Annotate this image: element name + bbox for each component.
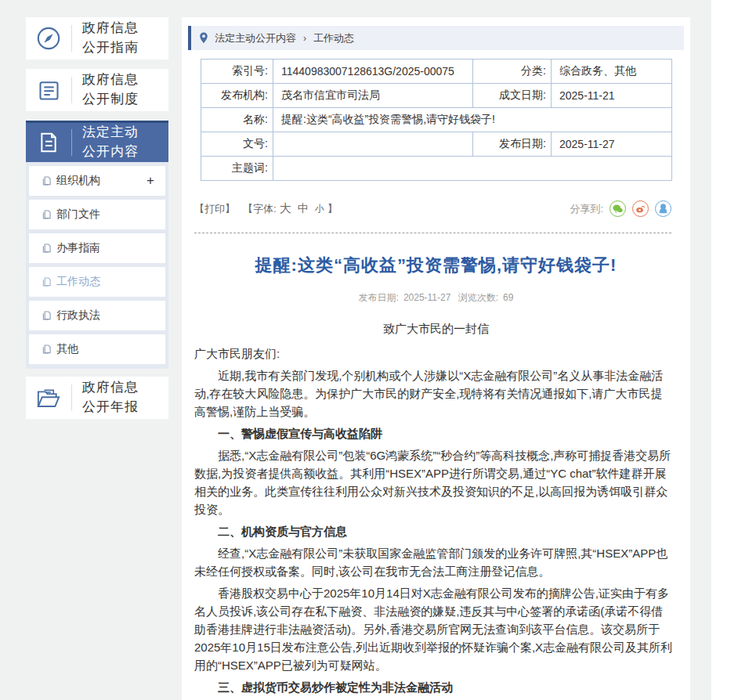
page-icon xyxy=(42,277,51,287)
submenu-label: 其他 xyxy=(56,342,78,356)
table-row: 发布机构: 茂名市信宜市司法局 成文日期: 2025-11-21 xyxy=(201,84,672,108)
folder-report-icon xyxy=(26,384,71,412)
publish-date-label: 发布日期: xyxy=(473,132,552,157)
paragraph: 据悉,“X志金融有限公司”包装“6G鸿蒙系统”“秒合约”等高科技概念,声称可捕捉… xyxy=(194,446,673,518)
breadcrumb-accent-bar xyxy=(188,26,191,50)
submenu-label: 部门文件 xyxy=(56,207,100,222)
sidebar: 政府信息公开指南 政府信息公开制度 法定主动公开 xyxy=(26,17,168,428)
document-icon xyxy=(26,130,71,155)
sidebar-item-disclosure-system[interactable]: 政府信息公开制度 xyxy=(26,69,168,111)
article-subtitle: 致广大市民的一封信 xyxy=(182,322,690,337)
page-icon xyxy=(42,176,51,186)
breadcrumb-link-statutory[interactable]: 法定主动公开内容 xyxy=(215,31,296,45)
sidebar-item-label: 政府信息公开指南 xyxy=(72,19,139,57)
submenu-label: 工作动态 xyxy=(56,275,100,289)
font-size-label-close: 】 xyxy=(327,202,338,216)
sidebar-item-work-updates[interactable]: 工作动态 xyxy=(29,267,165,297)
weibo-share-icon[interactable] xyxy=(632,200,649,217)
sidebar-item-service-guide[interactable]: 办事指南 xyxy=(29,233,165,263)
submenu-label: 办事指南 xyxy=(56,241,100,255)
sidebar-item-label: 政府信息公开年报 xyxy=(72,378,139,417)
sidebar-item-other[interactable]: 其他 xyxy=(29,334,165,364)
section-heading-1: 一、警惕虚假宣传与高收益陷阱 xyxy=(194,424,673,442)
issuing-agency-label: 发布机构: xyxy=(201,84,273,108)
book-list-icon xyxy=(26,78,71,103)
sidebar-item-statutory-disclosure[interactable]: 法定主动公开内容 xyxy=(26,121,168,162)
name-value: 提醒:这类“高收益”投资需警惕,请守好钱袋子! xyxy=(273,108,672,132)
article-title: 提醒:这类“高收益”投资需警惕,请守好钱袋子! xyxy=(205,254,667,277)
doc-number-label: 文号: xyxy=(201,132,273,157)
paragraph: 经查,“X志金融有限公司”未获取国家金融监管部门颁发的业务许可牌照,其“HSEX… xyxy=(194,544,673,580)
article-meta: 发布日期:2025-11-27 浏览次数:69 xyxy=(182,291,690,305)
wechat-share-icon[interactable] xyxy=(610,200,626,217)
keywords-label: 主题词: xyxy=(201,157,273,181)
sidebar-item-annual-report[interactable]: 政府信息公开年报 xyxy=(26,377,168,419)
breadcrumb: 法定主动公开内容 › 工作动态 xyxy=(188,26,684,50)
table-row: 文号: 发布日期: 2025-11-27 xyxy=(201,132,672,157)
written-date-label: 成文日期: xyxy=(473,84,552,108)
compass-icon xyxy=(26,25,71,52)
sidebar-item-label: 法定主动公开内容 xyxy=(72,123,139,161)
submenu-label: 行政执法 xyxy=(56,309,100,323)
sidebar-submenu: 组织机构 + 部门文件 办事指南 xyxy=(26,162,168,369)
doc-number-value xyxy=(273,132,473,157)
sidebar-item-administrative-enforcement[interactable]: 行政执法 xyxy=(29,301,165,330)
category-value: 综合政务、其他 xyxy=(552,60,672,84)
print-button[interactable]: 【打印】 xyxy=(194,202,235,216)
index-number-value: 11440983007128613G/2025-00075 xyxy=(273,60,473,84)
font-size-large-button[interactable]: 大 xyxy=(280,201,291,216)
font-size-label: 【字体: xyxy=(243,202,277,216)
paragraph: 近期,我市有关部门发现,个别机构或个人涉嫌以“X志金融有限公司”名义从事非法金融… xyxy=(194,366,673,420)
category-label: 分类: xyxy=(473,60,552,84)
section-heading-3: 三、虚拟货币交易炒作被定性为非法金融活动 xyxy=(194,678,673,696)
share-bar: 分享到: xyxy=(570,200,671,217)
submenu-label: 组织机构 xyxy=(56,174,100,188)
page-icon xyxy=(42,311,51,320)
section-heading-2: 二、机构资质与官方信息 xyxy=(194,522,673,540)
article-body: 广大市民朋友们: 近期,我市有关部门发现,个别机构或个人涉嫌以“X志金融有限公司… xyxy=(194,345,673,700)
page-icon xyxy=(42,345,51,354)
name-label: 名称: xyxy=(201,108,273,132)
article-views-label: 浏览次数: xyxy=(458,292,498,303)
table-row: 索引号: 11440983007128613G/2025-00075 分类: 综… xyxy=(201,60,672,84)
page-icon xyxy=(42,210,51,219)
article-publish-date: 2025-11-27 xyxy=(403,292,451,303)
main-content-panel: 法定主动公开内容 › 工作动态 索引号: 11440983007128613G/… xyxy=(182,17,690,700)
sidebar-item-organization[interactable]: 组织机构 + xyxy=(29,166,165,196)
dashed-divider xyxy=(194,233,671,233)
index-number-label: 索引号: xyxy=(201,60,273,84)
article-views-count: 69 xyxy=(503,292,513,303)
share-label: 分享到: xyxy=(570,202,603,216)
breadcrumb-link-work-updates[interactable]: 工作动态 xyxy=(313,31,354,45)
qq-share-icon[interactable] xyxy=(655,200,671,217)
sidebar-item-label: 政府信息公开制度 xyxy=(72,70,139,109)
sidebar-item-disclosure-guide[interactable]: 政府信息公开指南 xyxy=(26,17,168,60)
sidebar-item-department-documents[interactable]: 部门文件 xyxy=(29,200,165,229)
expand-plus-icon[interactable]: + xyxy=(147,173,154,189)
paragraph: 香港股权交易中心于2025年10月14日对X志金融有限公司发布的摘牌公告,证实由… xyxy=(194,584,673,674)
page-icon xyxy=(42,244,51,253)
publish-date-value: 2025-11-27 xyxy=(552,132,672,157)
article-publish-date-label: 发布日期: xyxy=(359,292,399,303)
keywords-value xyxy=(273,157,672,181)
issuing-agency-value: 茂名市信宜市司法局 xyxy=(273,84,473,108)
article-toolbar: 【打印】 【字体: 大 中 小 】 分享到: xyxy=(194,200,671,217)
breadcrumb-separator: › xyxy=(303,33,306,44)
document-meta-table: 索引号: 11440983007128613G/2025-00075 分类: 综… xyxy=(201,59,672,181)
font-size-medium-button[interactable]: 中 xyxy=(298,202,309,216)
page-right-margin xyxy=(711,0,738,700)
written-date-value: 2025-11-21 xyxy=(552,84,672,108)
paragraph: 广大市民朋友们: xyxy=(194,345,673,363)
font-size-small-button[interactable]: 小 xyxy=(315,202,324,215)
table-row: 主题词: xyxy=(201,157,672,181)
table-row: 名称: 提醒:这类“高收益”投资需警惕,请守好钱袋子! xyxy=(201,108,672,132)
location-pin-icon xyxy=(199,32,208,44)
